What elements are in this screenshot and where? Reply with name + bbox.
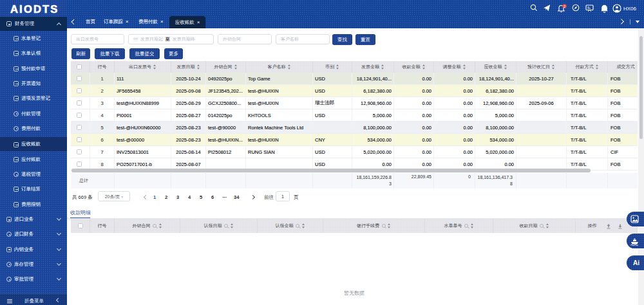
svg-text:2: 2: [564, 5, 565, 8]
